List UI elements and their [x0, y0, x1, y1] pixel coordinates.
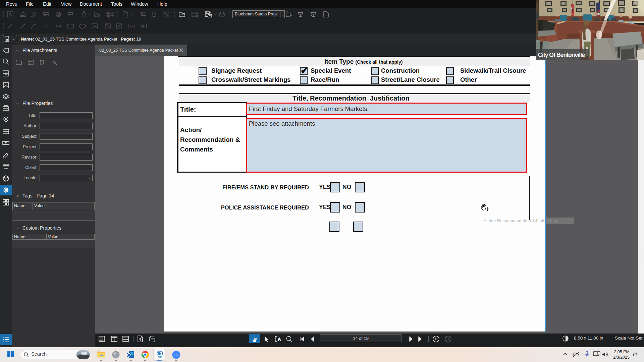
- svg-text:A: A: [278, 337, 281, 342]
- svg-text:zm: zm: [174, 354, 178, 357]
- svg-text:z: z: [635, 353, 636, 355]
- svg-text:City Of Bentonville: City Of Bentonville: [538, 52, 585, 58]
